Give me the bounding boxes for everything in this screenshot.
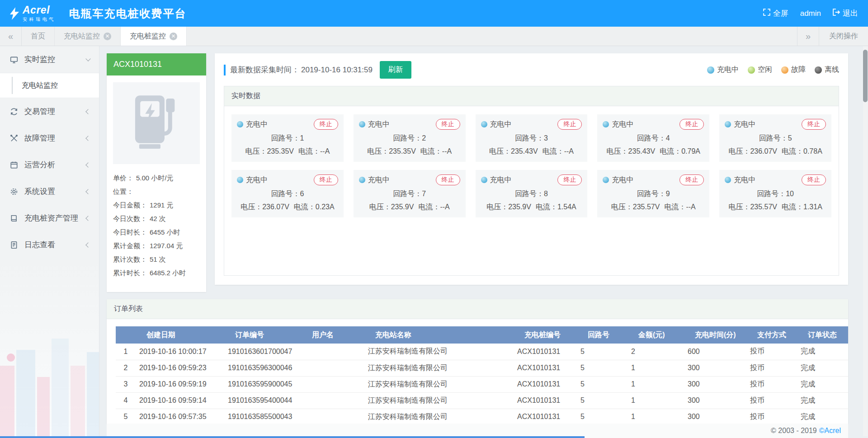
tabs-scroll-left-icon[interactable]: «	[0, 27, 22, 46]
charging-status-dot	[237, 121, 243, 127]
circuit-label: 回路号：	[757, 190, 786, 198]
circuit-meter: 电压：235.9V电流：--A	[359, 203, 460, 212]
table-row[interactable]: 5 2019-10-16 09:57:35 1910163585500043 江…	[116, 409, 848, 424]
circuit-card-9: 充电中终止 回路号：9 电压：235.57V电流：--A	[597, 170, 709, 217]
fullscreen-button[interactable]: 全屏	[763, 8, 788, 19]
cell-circuit: 5	[577, 376, 627, 392]
charging-pile-icon	[127, 92, 186, 155]
table-row[interactable]: 3 2019-10-16 09:59:19 1910163595900045 江…	[116, 376, 848, 392]
chevron-left-icon	[85, 162, 90, 167]
cell-amount: 1	[627, 376, 684, 392]
table-row[interactable]: 1 2019-10-16 10:00:17 1910163601700047 江…	[116, 344, 848, 360]
column-header-minutes: 充电时间(分)	[684, 326, 746, 344]
realtime-monitor-panel: 最新数据采集时间： 2019-10-16 10:31:59 刷新 充电中 空闲 …	[215, 53, 848, 285]
current-label: 电流：	[536, 203, 557, 211]
sidebar-item-operation-analysis[interactable]: 运营分析	[0, 151, 99, 178]
voltage-label: 电压：	[486, 203, 508, 211]
sidebar-item-fault-mgmt[interactable]: 故障管理	[0, 125, 99, 151]
stat-today-count: 今日次数：42 次	[113, 212, 200, 226]
circuit-label: 回路号：	[515, 134, 544, 142]
tabs-scroll-right-icon[interactable]: »	[797, 27, 819, 46]
stop-button[interactable]: 终止	[557, 119, 582, 130]
stat-label: 累计时长：	[113, 269, 147, 277]
order-list-panel: 订单列表 创建日期 订单编号 用户名	[107, 299, 848, 424]
voltage-label: 电压：	[728, 203, 750, 211]
circuit-label: 回路号：	[637, 134, 666, 142]
logo-subtitle: 安科瑞电气	[23, 17, 56, 22]
stop-button[interactable]: 终止	[802, 174, 826, 185]
vertical-scrollbar-thumb[interactable]	[863, 50, 868, 102]
sidebar-item-pile-asset-mgmt[interactable]: 充电桩资产管理	[0, 205, 99, 231]
realtime-data-box: 实时数据 充电中终止 回路号：1 电压：235.35V电流：--A 充电中终止 …	[224, 86, 839, 276]
circuit-value: 10	[786, 190, 794, 198]
stat-today-duration: 今日时长：6455 小时	[113, 226, 200, 239]
refresh-button[interactable]: 刷新	[380, 61, 411, 79]
circuit-status-label: 充电中	[734, 120, 755, 129]
chevron-left-icon	[85, 109, 90, 114]
stop-button[interactable]: 终止	[436, 119, 460, 130]
close-icon[interactable]: ✕	[170, 33, 177, 40]
stop-button[interactable]: 终止	[557, 174, 582, 185]
tab-pile-monitor[interactable]: 充电桩监控 ✕	[121, 27, 187, 46]
circuit-label: 回路号：	[271, 134, 300, 142]
table-row[interactable]: 4 2019-10-16 09:59:14 1910163595400044 江…	[116, 392, 848, 409]
stop-button[interactable]: 终止	[679, 174, 704, 185]
realtime-data-title: 实时数据	[224, 86, 839, 106]
cell-minutes: 300	[684, 409, 746, 424]
cell-user	[301, 376, 364, 392]
collect-time-value: 2019-10-16 10:31:59	[301, 66, 373, 75]
voltage-value: 236.07V	[750, 147, 777, 155]
sidebar-item-realtime-monitor[interactable]: 实时监控	[0, 46, 99, 73]
logout-button[interactable]: 退出	[833, 8, 858, 19]
stat-value: 6455 小时	[150, 228, 180, 236]
horizontal-scrollbar-thumb[interactable]	[0, 436, 585, 438]
row-index: 1	[116, 344, 136, 360]
charging-status-dot	[707, 66, 714, 74]
sidebar-item-transaction-mgmt[interactable]: 交易管理	[0, 98, 99, 125]
sidebar-item-log-viewer[interactable]: 日志查看	[0, 231, 99, 258]
circuit-cards-grid: 充电中终止 回路号：1 电压：235.35V电流：--A 充电中终止 回路号：2…	[224, 106, 839, 226]
current-label: 电流：	[542, 147, 564, 155]
brand-link[interactable]: ©Acrel	[819, 427, 841, 435]
gear-icon	[9, 188, 19, 196]
circuit-value: 3	[544, 134, 548, 142]
column-header-order-no: 订单编号	[224, 326, 301, 344]
close-icon[interactable]: ✕	[104, 33, 111, 40]
current-value: --A	[564, 147, 574, 155]
stop-button[interactable]: 终止	[314, 174, 338, 185]
voltage-label: 电压：	[607, 147, 628, 155]
voltage-value: 235.43V	[628, 147, 656, 155]
table-row[interactable]: 2 2019-10-16 09:59:23 1910163596300046 江…	[116, 360, 848, 376]
vertical-scrollbar[interactable]	[863, 46, 868, 436]
sidebar-item-charging-station-monitor[interactable]: 充电站监控	[0, 73, 99, 98]
tab-label: 充电桩监控	[130, 32, 166, 41]
circuit-card-7: 充电中终止 回路号：7 电压：235.9V电流：--A	[354, 170, 466, 217]
tab-station-monitor[interactable]: 充电站监控 ✕	[55, 27, 121, 46]
circuit-label: 回路号：	[759, 134, 788, 142]
circuit-meter: 电压：236.07V电流：0.78A	[725, 147, 826, 156]
acrel-logo: Acrel 安科瑞电气	[10, 5, 56, 22]
sidebar-subitem-label: 充电站监控	[22, 81, 58, 90]
circuit-card-6: 充电中终止 回路号：6 电压：236.07V电流：0.23A	[231, 170, 344, 217]
sidebar-item-system-settings[interactable]: 系统设置	[0, 178, 99, 205]
circuit-status-label: 充电中	[612, 175, 633, 185]
logout-label: 退出	[843, 8, 858, 19]
current-label: 电流：	[418, 203, 440, 211]
circuit-number: 回路号：4	[603, 134, 704, 143]
current-value: 1.31A	[803, 203, 822, 211]
stat-label: 单价：	[113, 174, 133, 182]
user-menu[interactable]: admin	[800, 9, 821, 18]
sidebar-item-label: 交易管理	[24, 106, 55, 117]
voltage-label: 电压：	[369, 203, 391, 211]
stop-button[interactable]: 终止	[314, 119, 338, 130]
stop-button[interactable]: 终止	[436, 174, 460, 185]
tab-home[interactable]: 首页	[22, 27, 55, 46]
stop-button[interactable]: 终止	[802, 119, 826, 130]
charging-status-dot	[359, 121, 365, 127]
station-info-panel: ACX1010131	[107, 53, 206, 292]
close-operations-button[interactable]: 关闭操作	[819, 27, 868, 46]
table-header-row: 创建日期 订单编号 用户名 充电站名称 充电桩编号 回路号 金额(元) 充电时间…	[116, 326, 848, 344]
top-header: Acrel 安科瑞电气 电瓶车充电桩收费平台 全屏 admin 退出	[0, 0, 868, 27]
stop-button[interactable]: 终止	[679, 119, 704, 130]
idle-status-dot	[748, 66, 755, 74]
